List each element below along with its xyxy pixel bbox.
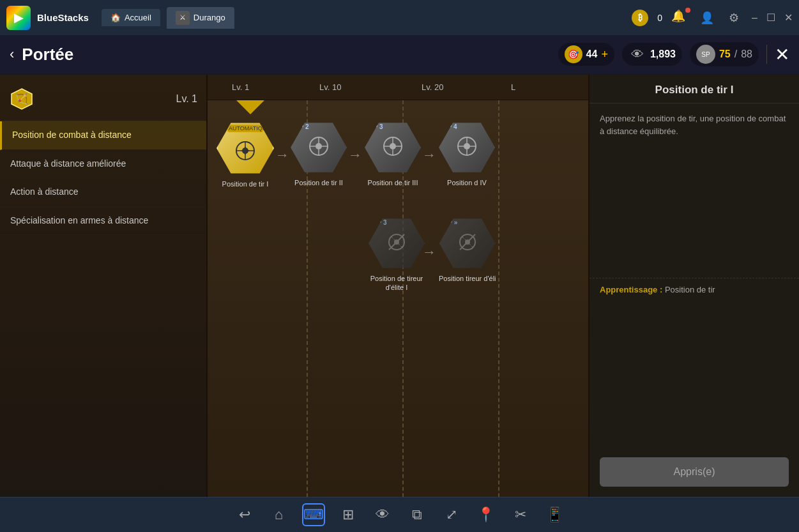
node4-icon bbox=[453, 132, 481, 163]
tab-game[interactable]: ⚔ Durango bbox=[167, 7, 234, 29]
learn-label: Apprentissage : bbox=[600, 285, 662, 294]
right-panel: Position de tir I Apprenez la position d… bbox=[588, 75, 799, 497]
sp-label-3: SP 3 bbox=[369, 123, 383, 130]
detail-description: Apprenez la position de tir, une positio… bbox=[590, 103, 799, 278]
node5-label: Position de tireur d'élite I bbox=[365, 274, 429, 293]
sp-current: 75 bbox=[719, 49, 731, 60]
eye-system-button[interactable]: 👁 bbox=[371, 503, 394, 526]
skill-node-1[interactable]: AUTOMATIQUE Pos bbox=[217, 119, 274, 188]
category-combat[interactable]: Position de combat à distance bbox=[0, 121, 206, 150]
main-content: 🏹 Lv. 1 Position de combat à distance At… bbox=[0, 73, 799, 497]
os-bar: ▶ BlueStacks 🏠 Accueil ⚔ Durango ₿ 0 🔔 👤… bbox=[0, 0, 799, 35]
svg-marker-9 bbox=[247, 149, 250, 152]
auto-badge: AUTOMATIQUE bbox=[227, 125, 263, 132]
sp-separator: / bbox=[734, 49, 737, 60]
fullscreen-button[interactable]: ⤢ bbox=[440, 503, 463, 526]
skill-node-2[interactable]: SP 2 Position de tir II bbox=[291, 119, 347, 187]
node4-label: Position d IV bbox=[447, 178, 487, 187]
node3-label: Position de tir III bbox=[368, 178, 418, 187]
skill-icon-header: 🏹 Lv. 1 bbox=[0, 81, 206, 121]
minimize-button[interactable]: – bbox=[752, 12, 757, 24]
appris-button[interactable]: Appris(e) bbox=[600, 457, 789, 487]
resource-box-coins: 👁 1,893 bbox=[622, 43, 682, 66]
os-right-controls: ₿ 0 🔔 👤 ⚙ – ☐ ✕ bbox=[632, 9, 793, 27]
node2-icon bbox=[305, 132, 333, 163]
tab-home[interactable]: 🏠 Accueil bbox=[102, 9, 160, 26]
skill-node-5[interactable]: SP 3 Position de tireur d'élite I bbox=[365, 215, 429, 293]
user-avatar[interactable]: 👤 bbox=[698, 9, 716, 27]
category-icon: 🏹 bbox=[9, 86, 34, 112]
mid-panel: Lv. 1 Lv. 10 Lv. 20 L AUTOMATIQUE bbox=[208, 75, 588, 497]
svg-marker-6 bbox=[244, 146, 247, 149]
arrow-plus-button[interactable]: + bbox=[601, 48, 608, 61]
coin-resource-icon: 👁 bbox=[628, 45, 646, 63]
node6-label: Position tireur d'éli bbox=[439, 274, 496, 283]
skill-node-3[interactable]: SP 3 Position de tir III bbox=[365, 119, 421, 187]
grid-button[interactable]: ⊞ bbox=[337, 503, 360, 526]
arrow-3-4: → bbox=[422, 147, 436, 163]
location-button[interactable]: 📍 bbox=[475, 503, 498, 526]
category-spec[interactable]: Spécialisation en armes à distance bbox=[0, 207, 206, 236]
category-action[interactable]: Action à distance bbox=[0, 178, 206, 207]
arrow-count: 44 bbox=[586, 49, 598, 60]
back-button[interactable]: ‹ bbox=[10, 46, 14, 63]
close-game-button[interactable]: ✕ bbox=[775, 44, 789, 65]
settings-icon[interactable]: ⚙ bbox=[725, 9, 743, 27]
node6-icon bbox=[453, 228, 482, 259]
app-name: BlueStacks bbox=[37, 12, 89, 23]
lv20-marker: Lv. 20 bbox=[422, 82, 443, 92]
maximize-button[interactable]: ☐ bbox=[766, 11, 775, 24]
svg-marker-8 bbox=[241, 149, 243, 152]
detail-title: Position de tir I bbox=[590, 75, 799, 103]
cut-button[interactable]: ✂ bbox=[509, 503, 532, 526]
node1-icon bbox=[231, 137, 259, 167]
arrow-5-6: → bbox=[422, 244, 436, 261]
home-system-button[interactable]: ⌂ bbox=[268, 503, 291, 526]
arrow-1-2: → bbox=[275, 147, 289, 163]
back-system-button[interactable]: ↩ bbox=[233, 503, 256, 526]
bottom-bar: ↩ ⌂ ⌨ ⊞ 👁 ⧉ ⤢ 📍 ✂ 📱 bbox=[0, 497, 799, 532]
clone-button[interactable]: ⧉ bbox=[406, 503, 429, 526]
coin-count: 0 bbox=[657, 13, 662, 23]
left-panel: 🏹 Lv. 1 Position de combat à distance At… bbox=[0, 75, 208, 497]
game-header: ‹ Portée 🎯 44 + 👁 1,893 SP 75 / 88 ✕ bbox=[0, 35, 799, 73]
phone-button[interactable]: 📱 bbox=[544, 503, 567, 526]
sp-label-6: SP » bbox=[444, 219, 458, 226]
category-attaque[interactable]: Attaque à distance améliorée bbox=[0, 150, 206, 179]
skill-level: Lv. 1 bbox=[176, 93, 198, 105]
sp-label-2: SP 2 bbox=[295, 123, 309, 130]
close-window-button[interactable]: ✕ bbox=[784, 11, 793, 24]
category-combat-label: Position de combat à distance bbox=[12, 130, 132, 140]
sp-label-5: SP 3 bbox=[373, 219, 387, 226]
dashed-line-3 bbox=[498, 100, 499, 497]
tab-game-label: Durango bbox=[194, 13, 225, 22]
arrow-2-3: → bbox=[348, 147, 362, 163]
coin-icon: ₿ bbox=[632, 10, 648, 26]
sp-max: 88 bbox=[741, 49, 752, 60]
page-title: Portée bbox=[22, 45, 73, 65]
level-bar: Lv. 1 Lv. 10 Lv. 20 L bbox=[208, 75, 588, 100]
home-icon: 🏠 bbox=[110, 13, 121, 22]
resource-box-arrows: 🎯 44 + bbox=[558, 43, 614, 66]
category-action-label: Action à distance bbox=[10, 186, 79, 197]
learn-row: Apprentissage : Position de tir bbox=[590, 278, 799, 301]
lv10-marker: Lv. 10 bbox=[319, 82, 341, 92]
svg-text:🏹: 🏹 bbox=[15, 93, 28, 105]
skill-tree-area: AUTOMATIQUE Pos bbox=[208, 100, 588, 497]
yellow-arrow-indicator bbox=[225, 100, 264, 114]
arrow-resource-icon: 🎯 bbox=[565, 45, 582, 63]
tab-home-label: Accueil bbox=[125, 13, 151, 22]
skill-node-6[interactable]: SP » Position tireur d'éli bbox=[439, 215, 496, 283]
node1-label: Position de tir I bbox=[222, 179, 269, 188]
skill-node-4[interactable]: SP 4 Position d IV bbox=[439, 119, 495, 187]
game-icon: ⚔ bbox=[176, 11, 190, 25]
category-spec-label: Spécialisation en armes à distance bbox=[10, 215, 148, 225]
svg-marker-7 bbox=[244, 153, 247, 155]
sp-avatar: SP bbox=[696, 45, 715, 64]
notification-bell[interactable]: 🔔 bbox=[671, 9, 689, 27]
keyboard-button[interactable]: ⌨ bbox=[302, 503, 325, 526]
coin-resource-val: 1,893 bbox=[650, 49, 676, 60]
node3-icon bbox=[379, 132, 407, 163]
node2-label: Position de tir II bbox=[294, 178, 343, 187]
lv1-marker: Lv. 1 bbox=[232, 82, 249, 92]
